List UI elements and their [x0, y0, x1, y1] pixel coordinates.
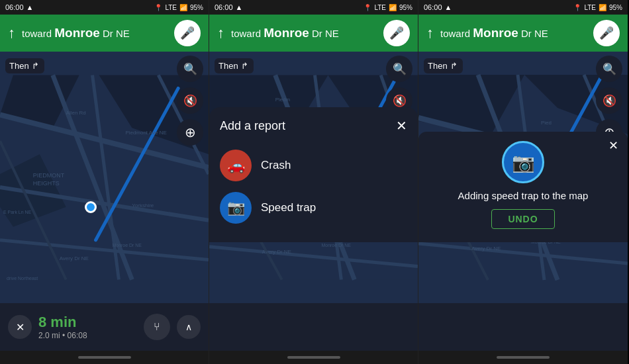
upload-icon-3: ▲ [445, 3, 452, 11]
status-left-2: 06:00 ▲ [215, 3, 242, 11]
nav-header-1: ↑ toward Monroe Dr NE 🎤 [0, 15, 209, 52]
home-bar-2 [287, 356, 340, 359]
upload-icon: ▲ [26, 3, 34, 11]
search-button-2[interactable]: 🔍 [386, 56, 412, 82]
location-icon: 📍 [154, 4, 162, 11]
svg-text:HEIGHTS: HEIGHTS [33, 180, 60, 187]
nav-destination-3: toward Monroe Dr NE [440, 26, 587, 41]
close-button-1[interactable]: ✕ [8, 315, 32, 339]
mic-button-2[interactable]: 🎤 [383, 20, 410, 46]
volume-button-3[interactable]: 🔇 [596, 87, 622, 114]
toward-label-3: toward [440, 28, 470, 39]
nav-up-arrow-1: ↑ [8, 24, 15, 42]
battery-2: 95% [399, 4, 412, 11]
lte-label-1: LTE [165, 4, 177, 11]
svg-text:Monroe Dr NE: Monroe Dr NE [321, 243, 351, 248]
eta-time-1: 8 min [38, 314, 137, 331]
svg-text:Allen Rd: Allen Rd [66, 110, 86, 116]
lte-label-2: LTE [374, 4, 386, 11]
status-right-3: 📍 LTE 📶 95% [573, 4, 622, 11]
svg-text:Yorkshire: Yorkshire [132, 203, 154, 208]
report-item-crash[interactable]: 🚗 Crash [220, 144, 407, 187]
dest-name-2: Monroe [264, 26, 309, 40]
dest-name-3: Monroe [473, 26, 518, 40]
then-indicator-2: Then ↱ [215, 58, 254, 73]
map-3: HEIGHTS Pied Avery Dr NE Yorkshire E Mor… [418, 52, 628, 303]
speed-trap-toast: ✕ 📷 Adding speed trap to the map UNDO [418, 132, 628, 242]
add-report-button-1[interactable]: ⊕ [177, 119, 203, 146]
map-2: PIEDMONT HEIGHTS Piedmont Avery Dr NE Yo… [209, 52, 418, 303]
then-label-2: Then [218, 61, 238, 71]
nav-destination-2: toward Monroe Dr NE [231, 26, 377, 41]
svg-text:Monroe Dr NE: Monroe Dr NE [112, 243, 142, 248]
expand-button-1[interactable]: ∧ [177, 315, 201, 339]
svg-text:PIEDMONT: PIEDMONT [33, 172, 65, 179]
then-arrow-icon-2: ↱ [241, 61, 248, 71]
report-header: Add a report ✕ [220, 118, 407, 134]
nav-up-arrow-2: ↑ [217, 24, 224, 42]
home-bar-3 [497, 356, 550, 359]
eta-info-1: 8 min 2.0 mi • 06:08 [38, 314, 137, 340]
nav-destination-1: toward Monroe Dr NE [22, 26, 168, 41]
battery-1: 95% [190, 4, 203, 11]
close-icon-1: ✕ [16, 321, 24, 334]
dest-suffix-3: Dr NE [518, 28, 548, 39]
status-bar-2: 06:00 ▲ 📍 LTE 📶 95% [209, 0, 418, 15]
upload-icon-2: ▲ [236, 3, 243, 11]
report-title: Add a report [220, 119, 285, 133]
then-indicator-3: Then ↱ [424, 58, 463, 73]
panel-2: 06:00 ▲ 📍 LTE 📶 95% ↑ toward Monroe Dr N… [209, 0, 418, 364]
speedtrap-icon: 📷 [220, 192, 252, 224]
status-left: 06:00 ▲ [5, 3, 33, 11]
dest-suffix-1: Dr NE [100, 28, 130, 39]
location-dot-1 [85, 201, 97, 213]
map-1: PIEDMONT HEIGHTS Piedmont Ave NE Avery D… [0, 52, 209, 303]
then-indicator-1: Then ↱ [5, 58, 44, 73]
eta-details-1: 2.0 mi • 06:08 [38, 331, 137, 340]
svg-text:E Park Ln NE: E Park Ln NE [3, 210, 32, 214]
location-icon-2: 📍 [363, 4, 371, 11]
svg-text:drive Northeast: drive Northeast [7, 276, 38, 281]
dest-name-1: Monroe [54, 26, 100, 40]
then-arrow-icon-1: ↱ [32, 61, 39, 71]
home-bar-1 [78, 356, 131, 359]
time-3: 06:00 [424, 3, 442, 11]
panel-3: 06:00 ▲ 📍 LTE 📶 95% ↑ toward Monroe Dr N… [418, 0, 628, 364]
speedtrap-label: Speed trap [261, 201, 316, 214]
mic-button-3[interactable]: 🎤 [593, 20, 620, 46]
mic-icon-2: 🎤 [389, 26, 404, 40]
route-button-1[interactable]: ⑂ [144, 314, 170, 340]
home-indicator-1 [0, 351, 209, 364]
status-right-2: 📍 LTE 📶 95% [363, 4, 412, 11]
report-close-button[interactable]: ✕ [396, 118, 407, 134]
crash-icon: 🚗 [220, 150, 252, 181]
home-indicator-3 [418, 351, 628, 364]
time-1: 06:00 [5, 3, 24, 11]
toast-close-button[interactable]: ✕ [608, 138, 618, 153]
nav-up-arrow-3: ↑ [426, 24, 434, 42]
signal-icon: 📶 [179, 4, 187, 11]
then-label-3: Then [428, 61, 448, 71]
svg-text:Avery Dr NE: Avery Dr NE [471, 246, 501, 251]
search-button-1[interactable]: 🔍 [177, 56, 203, 82]
volume-button-1[interactable]: 🔇 [177, 87, 203, 114]
bottom-bar-2 [209, 303, 418, 351]
crash-label: Crash [261, 159, 291, 172]
svg-text:Piedm: Piedm [275, 97, 291, 103]
svg-text:Avery Dr NE: Avery Dr NE [262, 249, 291, 255]
report-item-speedtrap[interactable]: 📷 Speed trap [220, 187, 407, 229]
search-button-3[interactable]: 🔍 [596, 56, 622, 82]
bottom-bar-1: ✕ 8 min 2.0 mi • 06:08 ⑂ ∧ [0, 303, 209, 351]
time-2: 06:00 [215, 3, 233, 11]
then-arrow-icon-3: ↱ [450, 61, 458, 71]
bottom-bar-3 [418, 303, 628, 351]
lte-label-3: LTE [584, 4, 596, 11]
svg-text:Pied: Pied [541, 120, 552, 126]
signal-icon-3: 📶 [599, 4, 606, 11]
status-right: 📍 LTE 📶 95% [154, 4, 203, 11]
speed-trap-icon: 📷 [502, 141, 544, 183]
status-left-3: 06:00 ▲ [424, 3, 452, 11]
toward-label-1: toward [22, 28, 52, 39]
undo-button[interactable]: UNDO [491, 209, 554, 229]
mic-button-1[interactable]: 🎤 [174, 20, 201, 46]
